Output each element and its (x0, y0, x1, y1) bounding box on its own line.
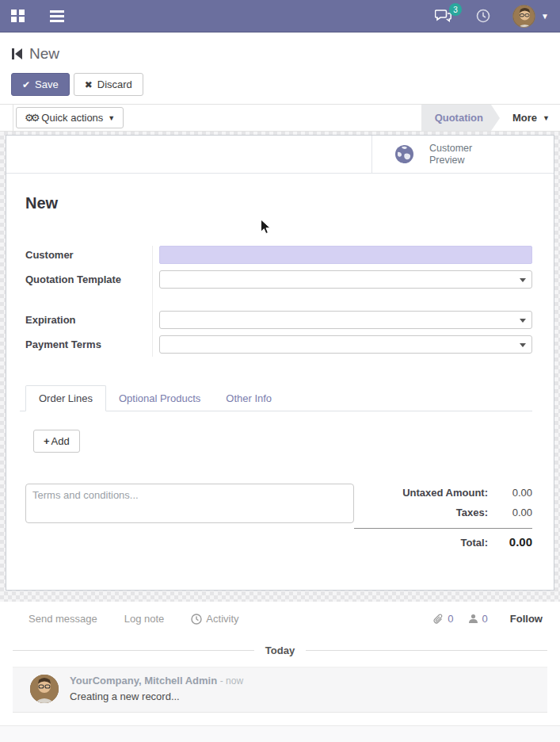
quotation-template-input[interactable] (159, 270, 532, 289)
customer-input[interactable] (159, 246, 532, 264)
total-label: Total: (461, 537, 488, 549)
discard-button[interactable]: ✖ Discard (74, 73, 143, 96)
tab-other-info[interactable]: Other Info (213, 386, 284, 411)
message-content: YourCompany, Mitchell Admin - now Creati… (70, 675, 243, 703)
customer-preview-label: Customer Preview (429, 143, 472, 166)
messages-button[interactable]: 3 (435, 9, 452, 22)
gears-icon: ⚙⚙ (25, 112, 36, 124)
totals-separator (354, 528, 532, 529)
caret-down-icon: ▼ (108, 114, 115, 122)
form-view-background: Customer Preview New Customer Quotation … (0, 132, 560, 602)
taxes-label: Taxes: (456, 507, 488, 518)
check-icon: ✔ (22, 79, 30, 90)
page-title: New (29, 45, 59, 63)
untaxed-amount-value: 0.00 (488, 487, 532, 499)
dropdown-caret-icon (520, 319, 526, 323)
statusbar: Quotation More ▼ (421, 105, 560, 131)
activity-clock-icon[interactable] (476, 9, 490, 23)
button-box-spacer (6, 136, 372, 173)
date-separator: Today (13, 644, 547, 656)
record-title: New (25, 194, 532, 212)
chatter-message: YourCompany, Mitchell Admin - now Creati… (13, 667, 547, 713)
sheet-button-box: Customer Preview (6, 136, 554, 174)
control-panel: New ✔ Save ✖ Discard (0, 33, 560, 104)
quotation-template-field-label: Quotation Template (25, 273, 152, 285)
plus-icon: + (44, 435, 50, 447)
message-author-avatar (30, 675, 59, 703)
tab-order-lines[interactable]: Order Lines (25, 385, 106, 411)
followers-count: 0 (482, 613, 488, 625)
x-icon: ✖ (85, 79, 93, 90)
expiration-field-label: Expiration (25, 314, 152, 326)
payment-terms-input[interactable] (159, 335, 532, 354)
top-nav-bar: 3 ▼ (0, 0, 560, 33)
hamburger-menu-icon[interactable] (50, 8, 64, 25)
caret-down-icon: ▼ (543, 114, 550, 122)
message-author: YourCompany, Mitchell Admin (70, 675, 217, 687)
quick-actions-button[interactable]: ⚙⚙ Quick actions ▼ (16, 107, 124, 128)
attachments-count: 0 (448, 613, 453, 625)
paperclip-icon (433, 614, 444, 625)
total-value: 0.00 (488, 535, 532, 549)
follow-button[interactable]: Follow (510, 613, 543, 625)
attachments-button[interactable]: 0 (433, 613, 453, 625)
chatter: Send message Log note Activity 0 0 Follo… (0, 602, 560, 725)
message-body: Creating a new record... (70, 690, 243, 702)
breadcrumb-back-icon[interactable] (11, 48, 23, 60)
customer-field-label: Customer (25, 249, 152, 261)
customer-preview-button[interactable]: Customer Preview (372, 136, 554, 173)
log-note-button[interactable]: Log note (124, 613, 165, 625)
terms-and-conditions-input[interactable] (25, 484, 354, 523)
apps-grid-icon[interactable] (11, 10, 25, 23)
breadcrumb: New (11, 45, 549, 63)
clock-icon (191, 614, 202, 625)
schedule-activity-button[interactable]: Activity (191, 613, 238, 625)
expiration-input[interactable] (159, 311, 532, 329)
user-avatar[interactable] (512, 5, 535, 28)
taxes-value: 0.00 (488, 507, 532, 518)
date-separator-label: Today (265, 644, 295, 656)
add-order-line-button[interactable]: +Add (33, 430, 80, 453)
messages-count-badge: 3 (449, 3, 462, 16)
person-icon (468, 614, 478, 624)
tab-optional-products[interactable]: Optional Products (106, 386, 213, 411)
toolbar-divider (13, 105, 13, 131)
notebook-tabs: Order Lines Optional Products Other Info (20, 385, 532, 411)
user-menu-caret-icon[interactable]: ▼ (541, 12, 549, 21)
globe-icon (394, 144, 414, 164)
form-toolbar: ⚙⚙ Quick actions ▼ Quotation More ▼ (0, 104, 560, 132)
payment-terms-field-label: Payment Terms (25, 338, 152, 350)
page-footer-strip (0, 725, 560, 742)
form-sheet: Customer Preview New Customer Quotation … (6, 135, 554, 591)
totals-summary: Untaxed Amount: 0.00 Taxes: 0.00 Total: … (354, 484, 532, 556)
dropdown-caret-icon (520, 278, 526, 282)
message-timestamp: - now (220, 675, 243, 687)
field-group-gap (25, 295, 532, 311)
form-fields: Customer Quotation Template Expiration P… (25, 246, 532, 354)
untaxed-amount-label: Untaxed Amount: (402, 487, 488, 499)
field-column-divider (152, 246, 153, 357)
followers-button[interactable]: 0 (468, 613, 488, 625)
dropdown-caret-icon (520, 343, 526, 347)
send-message-button[interactable]: Send message (29, 613, 97, 625)
stage-quotation[interactable]: Quotation (421, 105, 491, 131)
save-button[interactable]: ✔ Save (11, 73, 70, 96)
